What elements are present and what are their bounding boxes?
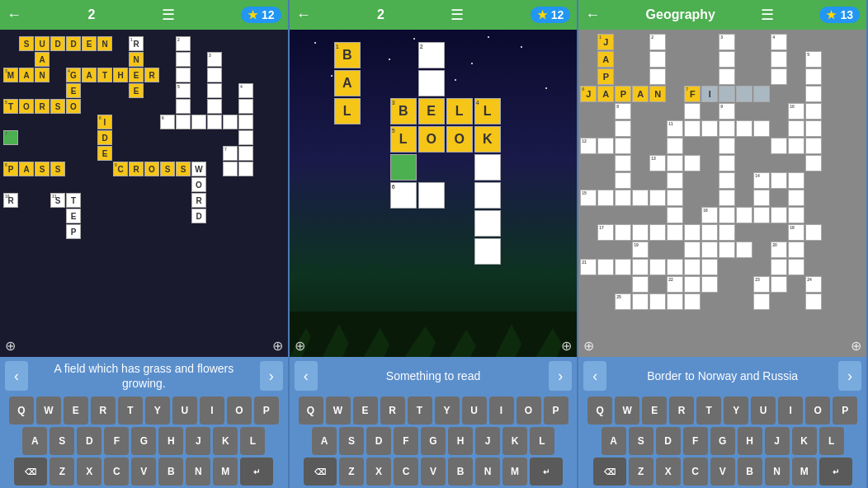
g-r6c6[interactable]: 11 [667,120,683,137]
cell-r5c4[interactable]: S [50,99,65,114]
cell-r1c5[interactable]: D [66,36,81,51]
cell-r13c5[interactable]: P [66,224,81,239]
cell-r2c3[interactable]: A [35,52,50,67]
key-i-1[interactable]: I [200,396,224,425]
cell-r11c4[interactable]: S11 [50,193,65,208]
cell-r10c13[interactable]: O [191,177,206,192]
zoom-right-icon-2[interactable]: ⊕ [561,338,572,354]
g-r4c5[interactable]: N [649,86,666,102]
key-n-1[interactable]: N [186,458,210,486]
c2-r3c7[interactable]: L4 [474,98,501,124]
g-r12c4[interactable] [632,224,649,241]
g-r10c5[interactable] [649,190,666,206]
key-y-2[interactable]: Y [435,396,460,425]
cell-r3c5[interactable]: G4 [66,68,81,82]
g-r3c2[interactable]: P [597,68,614,85]
g-r16c4[interactable] [632,293,649,310]
g-r10c13[interactable] [788,190,804,206]
key-v-1[interactable]: V [131,458,156,486]
g-r9c3[interactable] [615,172,631,189]
g-r12c5[interactable] [649,224,666,241]
g-r6c11[interactable] [753,120,770,137]
key-d-2[interactable]: D [366,427,391,455]
g-r5c7[interactable] [684,103,701,120]
g-r5c14[interactable] [805,103,822,120]
g-r7c14[interactable] [805,138,822,154]
key-t-3[interactable]: T [696,396,721,425]
cell-r1c3[interactable]: U [35,36,50,51]
zoom-left-icon-1[interactable]: ⊕ [5,338,16,354]
key-r-2[interactable]: R [380,396,405,425]
key-h-2[interactable]: H [448,427,473,455]
cell-r3c10[interactable]: R [144,68,159,82]
cell-r9c10[interactable]: O [144,162,159,176]
cell-r6c14[interactable] [207,115,222,129]
cell-r9c8[interactable]: C9 [113,162,128,176]
key-f-1[interactable]: F [104,427,129,455]
key-j-2[interactable]: J [475,427,500,455]
g-r12c2[interactable]: 17 [597,224,614,241]
key-k-1[interactable]: K [213,427,238,455]
c2-r6c4[interactable]: 6 [390,182,417,209]
g-r4c7[interactable]: F7 [684,86,701,102]
back-button-3[interactable]: ← [585,7,600,24]
key-c-2[interactable]: C [394,458,418,486]
g-r11c11[interactable] [753,207,770,223]
g-r14c4[interactable] [632,259,649,275]
cell-r5c3[interactable]: R [35,99,50,114]
g-r1c12[interactable]: 4 [771,34,787,50]
cell-r9c16[interactable] [238,162,253,176]
g-r8c5[interactable]: 13 [649,155,666,171]
key-m-2[interactable]: M [502,458,527,486]
g-r8c9[interactable] [719,155,735,171]
g-r9c6[interactable] [667,172,683,189]
g-r11c9[interactable] [719,207,735,223]
clue-next-btn-3[interactable]: › [838,361,861,391]
g-r6c14[interactable] [805,120,822,137]
g-r15c4[interactable] [632,276,649,293]
cell-r7c1[interactable]: 7 [3,130,18,145]
back-button-1[interactable]: ← [7,7,21,24]
key-d-1[interactable]: D [77,427,101,455]
g-r4c14[interactable] [805,86,822,102]
cell-r3c2[interactable]: A [19,68,34,82]
g-r5c3[interactable]: 8 [615,103,631,120]
g-r6c13[interactable] [788,120,804,137]
cell-r5c2[interactable]: O [19,99,34,114]
c2-r4c5[interactable]: O [418,126,445,152]
key-e-2[interactable]: E [353,396,378,425]
g-r1c9[interactable]: 3 [719,34,735,50]
key-backspace-3[interactable]: ⌫ [593,458,626,486]
cell-r1c12[interactable]: 2 [176,36,191,51]
key-j-1[interactable]: J [186,427,210,455]
key-h-3[interactable]: H [738,427,762,455]
cell-r5c14[interactable] [207,99,222,114]
cell-r4c12[interactable]: 5 [176,83,191,98]
g-r5c13[interactable]: 10 [788,103,804,120]
g-r2c14[interactable]: 5 [805,51,822,68]
cell-r4c16[interactable]: 4 [238,83,253,98]
key-f-2[interactable]: F [394,427,418,455]
key-f-3[interactable]: F [683,427,708,455]
key-q-3[interactable]: Q [587,396,612,425]
key-o-1[interactable]: O [227,396,252,425]
cell-r7c7[interactable]: D [97,130,112,145]
g-r13c9[interactable] [719,242,735,258]
key-x-2[interactable]: X [366,458,391,486]
g-r5c9[interactable]: 9 [719,103,735,120]
key-v-2[interactable]: V [421,458,446,486]
cell-r11c5[interactable]: T [66,193,81,208]
cell-r3c6[interactable]: A [82,68,97,82]
g-r7c1[interactable]: 12 [580,138,597,154]
g-r7c3[interactable] [615,138,631,154]
key-z-2[interactable]: Z [339,458,364,486]
key-e-3[interactable]: E [642,396,667,425]
g-r12c9[interactable] [719,224,735,241]
g-r14c12[interactable] [771,259,787,275]
key-n-2[interactable]: N [475,458,500,486]
g-r16c14[interactable] [805,293,822,310]
cell-r6c15[interactable] [223,115,238,129]
cell-r3c14[interactable] [207,68,222,82]
g-r14c6[interactable] [667,259,683,275]
g-r7c9[interactable] [719,138,735,154]
